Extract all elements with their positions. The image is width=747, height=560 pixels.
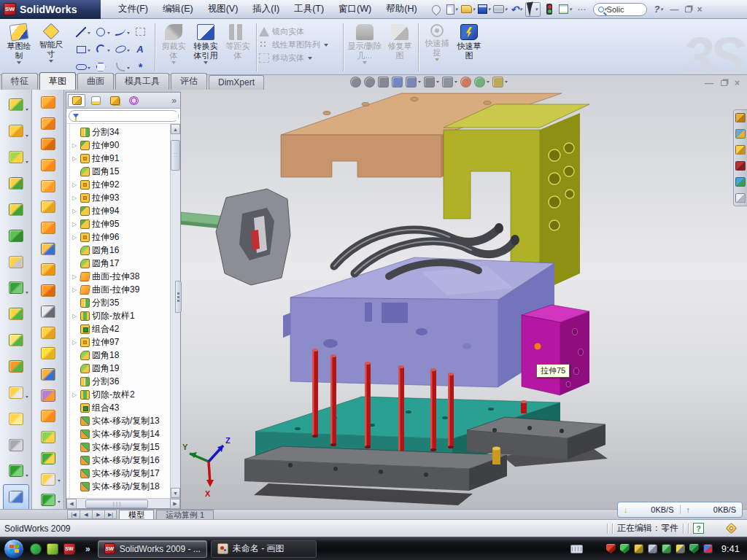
tree-item[interactable]: ▷ 拉伸95 [72,217,170,230]
smart-dimension-button[interactable]: 智能尺寸 [36,22,66,63]
toolbar-button[interactable] [35,92,61,113]
tree-item[interactable]: ▷ 拉伸97 [72,335,170,349]
mold-assembly-model[interactable]: Y Z X [181,75,747,509]
graphics-viewport[interactable]: — × [181,75,747,509]
scroll-down-button[interactable]: ▼ [171,488,180,498]
sketch-tool-button[interactable] [91,23,110,40]
toolbar-button[interactable] [3,405,29,432]
open-button[interactable]: ▾ [461,2,476,17]
tree-item[interactable]: ▷ 实体-移动/复制14 [72,427,170,440]
toolbar-button[interactable] [3,484,29,510]
sketch-tool-button[interactable] [111,41,130,58]
keyboard-layout-icon[interactable] [570,545,583,553]
tree-item[interactable]: ▷ 拉伸90 [72,139,170,152]
sketch-button[interactable]: 草图绘制 [4,22,34,64]
menu-item[interactable]: 窗口(W) [331,0,379,18]
expand-arrow-icon[interactable]: ▷ [72,221,78,228]
toolbar-button[interactable] [3,171,29,197]
menu-item[interactable]: 帮助(H) [379,0,424,18]
panel-tab[interactable] [87,94,104,107]
toolbar-button[interactable] [3,275,29,301]
task-pane-icon[interactable] [735,145,746,155]
toolbar-button[interactable] [35,448,61,469]
toolbar-button[interactable] [35,301,61,322]
toolbar-button[interactable] [3,432,29,458]
task-pane-icon[interactable] [735,129,746,139]
tags-icon[interactable] [726,523,738,534]
tree-horizontal-scrollbar[interactable]: ◀ | | | ▶ [66,498,180,508]
toolbar-button[interactable] [35,133,61,155]
view-tool-button[interactable] [378,77,389,88]
display-delete-relations-button[interactable]: 显示/删除几... [347,22,383,64]
view-tool-button[interactable] [474,77,489,88]
toolbar-button[interactable] [3,354,29,380]
toolbar-button[interactable] [35,155,61,176]
toolbar-button[interactable] [3,92,29,118]
move-entities-button[interactable]: 移动实体 [259,52,341,63]
view-tool-button[interactable] [364,77,375,88]
toolbar-button[interactable] [3,327,29,354]
quick-launch-icon[interactable] [47,543,58,555]
task-pane-icon[interactable] [735,193,746,203]
view-tool-button[interactable] [492,77,508,88]
tray-icon[interactable] [662,544,671,553]
toolbar-button[interactable] [3,222,29,249]
tray-icon[interactable] [703,544,713,553]
command-tab[interactable]: 评估 [171,73,207,90]
toolbar-button[interactable] [3,249,29,275]
panel-tab[interactable] [106,94,123,107]
command-tab[interactable]: DimXpert [209,75,264,90]
tree-item[interactable]: ▷ 分割36 [72,375,170,388]
task-button[interactable]: SW SolidWorks 2009 - ... [98,540,207,558]
side-insert-part[interactable] [181,189,290,285]
mirror-entities-button[interactable]: 镜向实体 [259,26,341,37]
doc-minimize-button[interactable]: — [705,79,713,88]
doc-restore-button[interactable] [721,80,727,86]
restore-button[interactable] [685,7,692,12]
tree-item[interactable]: ▷ 实体-移动/复制15 [72,440,170,454]
quick-launch-icon[interactable]: SW [63,543,75,555]
scrollbar-thumb[interactable]: ⁚⁚ [171,140,180,171]
quick-tips-icon[interactable]: ? [693,523,704,534]
toolbar-button[interactable] [3,118,29,144]
scroll-up-button[interactable]: ▲ [171,124,180,134]
tray-icon[interactable] [689,544,699,553]
new-document-button[interactable]: ▾ [445,2,460,17]
tree-item[interactable]: ▷ 切除-放样1 [72,309,170,322]
previous-tab-button[interactable]: ◀ [80,510,92,519]
print-button[interactable]: ▾ [493,2,508,17]
expand-arrow-icon[interactable]: ▷ [72,195,78,201]
first-tab-button[interactable]: |◀ [67,510,80,519]
panel-tab[interactable] [125,94,142,107]
expand-arrow-icon[interactable]: ▷ [72,142,78,149]
tray-icon[interactable] [620,544,630,553]
panel-tab[interactable] [68,94,85,107]
quick-snaps-button[interactable]: 快速捕捉 [422,22,452,61]
pin-toolbar-button[interactable] [429,2,444,17]
toolbar-button[interactable] [35,489,61,510]
view-tool-button[interactable] [424,77,439,88]
command-tab[interactable]: 特征 [1,73,38,90]
tree-item[interactable]: ▷ 曲面-拉伸39 [72,283,170,296]
view-tool-button[interactable] [442,77,457,88]
select-tool-button[interactable]: ▾ [525,2,541,17]
expand-arrow-icon[interactable]: ▷ [72,313,78,319]
sketch-tool-button[interactable] [131,23,150,40]
network-speed-widget[interactable]: ↓ 0KB/S ↑ 0KB/S [617,502,743,518]
toolbar-button[interactable] [3,196,29,222]
tree-item[interactable]: ▷ 拉伸93 [72,191,170,204]
tray-icon[interactable] [634,544,643,553]
doc-close-button[interactable]: × [735,79,740,88]
sketch-tool-button[interactable]: A [131,41,150,58]
task-button[interactable]: 未命名 - 画图 [211,540,317,558]
slide-block-part[interactable] [522,305,589,395]
view-tool-button[interactable] [392,77,403,88]
repair-sketch-button[interactable]: 修复草图 [384,22,415,60]
toolbar-button[interactable] [3,144,29,171]
menu-item[interactable]: 编辑(E) [155,0,201,18]
expand-arrow-icon[interactable]: ▷ [72,155,78,162]
tree-item[interactable]: ▷ 圆角15 [72,165,170,178]
tree-item[interactable]: ▷ 分割35 [72,296,170,309]
minimize-button[interactable]: — [670,5,679,14]
panel-collapse-handle[interactable] [175,281,182,313]
